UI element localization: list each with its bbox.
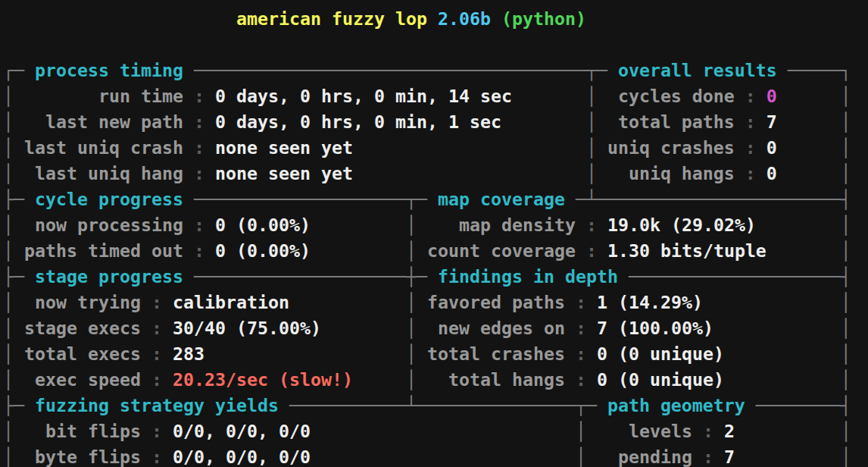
box-border-segment: │ xyxy=(3,240,14,261)
colon-delimiter: : xyxy=(576,292,597,312)
terminal-row-8: │ now processing : 0 (0.00%) │ map densi… xyxy=(3,212,868,238)
box-border-segment: │ xyxy=(841,111,851,132)
colon-delimiter: : xyxy=(151,447,173,467)
box-border-segment: ────────────────────┼─ xyxy=(194,266,427,287)
field-label: bit flips xyxy=(14,421,151,441)
field-value: 0/0, 0/0, 0/0 xyxy=(173,447,576,467)
field-value: 0 (0 unique) xyxy=(597,369,841,390)
terminal-screen: american fuzzy lop 2.06b (python)┌─ proc… xyxy=(0,0,868,467)
field-label: favored paths xyxy=(417,292,576,312)
box-border-segment: ├─ xyxy=(3,189,24,209)
field-label: last new path xyxy=(14,111,194,132)
section-header: path geometry xyxy=(597,395,756,415)
terminal-row-7: ├─ cycle progress ────────────────────┬─… xyxy=(3,186,868,212)
section-header: fuzzing strategy yields xyxy=(24,395,289,415)
terminal-row-1 xyxy=(3,32,868,58)
field-value: 0 (0 unique) xyxy=(597,343,841,364)
colon-delimiter: : xyxy=(194,163,215,183)
colon-delimiter: : xyxy=(151,318,173,338)
section-header: cycle progress xyxy=(24,189,194,209)
box-border-segment: ─────────────────────────────────────┬─ xyxy=(194,60,607,80)
section-header: overall results xyxy=(607,60,788,80)
terminal-row-9: │ paths timed out : 0 (0.00%) │ count co… xyxy=(3,238,868,264)
box-border-segment: │ xyxy=(3,343,14,364)
field-label: exec speed xyxy=(14,369,151,390)
box-border-segment: │ xyxy=(576,447,586,467)
box-border-segment: │ xyxy=(3,86,14,106)
box-border-segment: ─────┐ xyxy=(788,60,851,80)
terminal-row-0: american fuzzy lop 2.06b (python) xyxy=(3,6,868,32)
spacer xyxy=(777,137,841,158)
colon-delimiter: : xyxy=(745,111,767,132)
field-label: paths timed out xyxy=(14,240,194,261)
field-value: calibration xyxy=(173,292,406,312)
field-value-highlight: 0 xyxy=(767,86,777,106)
colon-delimiter: : xyxy=(745,137,767,158)
box-border-segment: │ xyxy=(586,111,597,132)
box-border-segment: │ xyxy=(3,292,14,312)
box-border-segment: │ xyxy=(841,447,851,467)
terminal-row-16: │ bit flips : 0/0, 0/0, 0/0 │ levels : 2… xyxy=(3,418,868,444)
field-value-alert: 20.23/sec (slow!) xyxy=(173,369,406,390)
box-border-segment: │ xyxy=(3,163,14,183)
colon-delimiter: : xyxy=(576,343,597,364)
field-value: 283 xyxy=(173,343,406,364)
terminal-row-13: │ total execs : 283 │ total crashes : 0 … xyxy=(3,341,868,367)
box-border-segment: │ xyxy=(576,421,586,441)
colon-delimiter: : xyxy=(745,86,767,106)
terminal-row-15: ├─ fuzzing strategy yields ───────────┴─… xyxy=(3,393,868,418)
box-border-segment: │ xyxy=(406,369,417,390)
colon-delimiter: : xyxy=(151,343,173,364)
field-label: pending xyxy=(586,447,703,467)
box-border-segment: │ xyxy=(841,292,851,312)
box-border-segment: │ xyxy=(841,215,851,235)
field-value: 1.30 bits/tuple xyxy=(607,240,841,261)
field-label: byte flips xyxy=(14,447,151,467)
box-border-segment: │ xyxy=(3,215,14,235)
colon-delimiter: : xyxy=(703,447,724,467)
field-value: 0 xyxy=(767,137,777,158)
box-border-segment: │ xyxy=(841,86,851,106)
field-label: count coverage xyxy=(417,240,586,261)
field-value: none seen yet xyxy=(215,137,586,158)
app-version: 2.06b xyxy=(438,8,491,29)
field-label: levels xyxy=(586,421,703,441)
field-value: 0 days, 0 hrs, 0 min, 14 sec xyxy=(215,86,586,106)
box-border-segment: │ xyxy=(406,292,417,312)
box-border-segment: │ xyxy=(406,343,417,364)
box-border-segment: │ xyxy=(841,163,851,183)
terminal-row-5: │ last uniq crash : none seen yet │ uniq… xyxy=(3,135,868,161)
field-label: last uniq hang xyxy=(14,163,194,183)
spacer xyxy=(777,86,841,106)
field-value: 2 xyxy=(724,421,735,441)
field-label: total hangs xyxy=(417,369,576,390)
section-header: process timing xyxy=(24,60,194,80)
field-label: now trying xyxy=(14,292,151,312)
terminal-row-12: │ stage execs : 30/40 (75.00%) │ new edg… xyxy=(3,315,868,341)
box-border-segment: │ xyxy=(3,318,14,338)
spacer xyxy=(735,421,841,441)
field-value: 7 (100.00%) xyxy=(597,318,841,338)
terminal-row-11: │ now trying : calibration │ favored pat… xyxy=(3,290,868,315)
field-label: now processing xyxy=(14,215,194,235)
box-border-segment: │ xyxy=(841,421,851,441)
box-border-segment: ├─ xyxy=(3,395,24,415)
terminal-row-6: │ last uniq hang : none seen yet │ uniq … xyxy=(3,161,868,186)
field-label: total crashes xyxy=(417,343,576,364)
spacer xyxy=(3,8,236,29)
field-label: last uniq crash xyxy=(14,137,194,158)
colon-delimiter: : xyxy=(586,240,607,261)
box-border-segment: │ xyxy=(406,318,417,338)
field-value: 0 (0.00%) xyxy=(215,240,406,261)
box-border-segment: │ xyxy=(3,447,14,467)
box-border-segment: │ xyxy=(3,421,14,441)
field-value: 1 (14.29%) xyxy=(597,292,841,312)
box-border-segment: ────────┤ xyxy=(756,395,851,415)
box-border-segment: │ xyxy=(586,86,597,106)
field-label: map density xyxy=(417,215,586,235)
field-value: 19.0k (29.02%) xyxy=(607,215,841,235)
colon-delimiter: : xyxy=(194,111,215,132)
box-border-segment: │ xyxy=(3,369,14,390)
box-border-segment: │ xyxy=(841,318,851,338)
colon-delimiter: : xyxy=(194,240,215,261)
